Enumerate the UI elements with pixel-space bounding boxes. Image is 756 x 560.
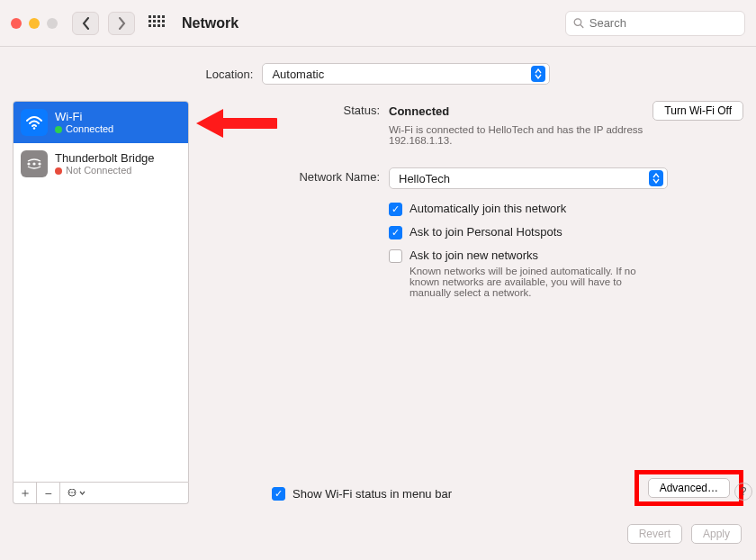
svg-rect-10 xyxy=(158,24,160,27)
ask-new-networks-checkbox[interactable] xyxy=(389,249,402,263)
ask-new-networks-label: Ask to join new networks xyxy=(410,248,538,262)
status-dot-icon xyxy=(55,167,62,175)
interface-status: Not Connected xyxy=(66,165,131,176)
revert-button[interactable]: Revert xyxy=(627,524,682,544)
location-label: Location: xyxy=(206,68,254,81)
updown-icon xyxy=(531,66,545,82)
auto-join-label: Automatically join this network xyxy=(410,202,566,215)
svg-point-16 xyxy=(32,162,35,165)
network-name-label: Network Name: xyxy=(272,167,380,184)
minimize-window-button[interactable] xyxy=(29,18,40,29)
status-description: Wi-Fi is connected to HelloTech and has … xyxy=(389,124,695,146)
interface-name: Wi-Fi xyxy=(55,110,113,124)
ask-hotspots-label: Ask to join Personal Hotspots xyxy=(410,225,562,239)
page-title: Network xyxy=(182,15,238,32)
svg-rect-1 xyxy=(153,15,156,18)
chevron-left-icon xyxy=(82,17,90,30)
apply-button[interactable]: Apply xyxy=(691,524,742,544)
sidebar-item-thunderbolt-bridge[interactable]: Thunderbolt Bridge Not Connected xyxy=(14,143,188,185)
all-prefs-button[interactable] xyxy=(144,12,169,35)
status-dot-icon xyxy=(55,126,62,133)
svg-point-21 xyxy=(74,492,76,493)
svg-rect-0 xyxy=(148,15,151,18)
sidebar-footer: ＋ − xyxy=(13,483,189,504)
svg-rect-6 xyxy=(158,20,160,23)
show-menubar-checkbox[interactable] xyxy=(272,487,285,501)
location-select[interactable]: Automatic xyxy=(262,63,550,85)
help-button[interactable]: ? xyxy=(734,483,752,501)
svg-rect-2 xyxy=(158,15,160,18)
ask-new-networks-description: Known networks will be joined automatica… xyxy=(389,266,659,298)
svg-rect-11 xyxy=(162,24,165,27)
forward-button[interactable] xyxy=(108,12,135,35)
search-input[interactable] xyxy=(590,16,737,30)
turn-wifi-off-button[interactable]: Turn Wi-Fi Off xyxy=(652,101,743,121)
titlebar: Network xyxy=(0,0,756,47)
window-controls xyxy=(11,18,58,29)
svg-point-20 xyxy=(71,492,73,493)
wifi-icon xyxy=(21,109,48,136)
svg-point-14 xyxy=(33,127,36,130)
detail-pane: Status: Connected Turn Wi-Fi Off Wi-Fi i… xyxy=(200,101,743,504)
thunderbolt-icon xyxy=(21,150,48,177)
interface-actions-button[interactable] xyxy=(60,483,188,503)
chevron-right-icon xyxy=(118,17,126,30)
svg-point-19 xyxy=(69,492,71,493)
svg-rect-7 xyxy=(162,20,165,23)
annotation-arrow-icon xyxy=(196,105,277,144)
location-value: Automatic xyxy=(272,68,324,81)
network-name-value: HelloTech xyxy=(399,172,450,185)
svg-point-17 xyxy=(38,162,40,165)
ask-hotspots-checkbox[interactable] xyxy=(389,226,402,239)
zoom-window-button[interactable] xyxy=(47,18,58,29)
network-name-select[interactable]: HelloTech xyxy=(389,167,668,189)
status-label: Status: xyxy=(272,101,380,117)
interface-status: Connected xyxy=(66,123,113,135)
back-button[interactable] xyxy=(72,12,99,35)
svg-rect-3 xyxy=(162,15,165,18)
auto-join-checkbox[interactable] xyxy=(389,203,402,216)
svg-rect-5 xyxy=(153,20,156,23)
status-value: Connected xyxy=(389,104,449,118)
remove-interface-button[interactable]: − xyxy=(37,483,60,503)
chevron-down-icon xyxy=(79,491,86,495)
footer-actions: Revert Apply xyxy=(0,517,756,544)
svg-rect-8 xyxy=(148,24,151,27)
svg-marker-23 xyxy=(196,109,223,138)
add-interface-button[interactable]: ＋ xyxy=(14,483,37,503)
updown-icon xyxy=(649,170,663,186)
svg-rect-4 xyxy=(148,20,151,23)
advanced-button[interactable]: Advanced… xyxy=(648,478,730,498)
ellipsis-icon xyxy=(66,489,78,498)
location-row: Location: Automatic xyxy=(0,47,756,94)
sidebar-item-wifi[interactable]: Wi-Fi Connected xyxy=(14,102,188,143)
annotation-highlight-box: Advanced… xyxy=(634,470,743,506)
grid-icon xyxy=(148,15,165,32)
interface-name: Thunderbolt Bridge xyxy=(55,151,155,166)
svg-point-15 xyxy=(27,162,30,165)
close-window-button[interactable] xyxy=(11,18,22,29)
show-menubar-label: Show Wi-Fi status in menu bar xyxy=(292,487,452,501)
search-icon xyxy=(573,17,584,29)
svg-line-13 xyxy=(580,25,583,28)
svg-rect-9 xyxy=(153,24,156,27)
interfaces-list: Wi-Fi Connected Thunderbolt Bridge Not C… xyxy=(13,101,189,483)
search-field-wrap[interactable] xyxy=(565,11,745,36)
